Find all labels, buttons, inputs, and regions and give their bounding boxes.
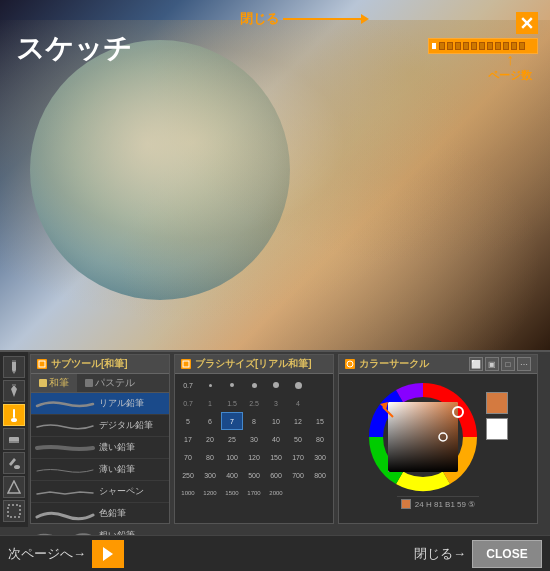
size-cell-10[interactable]: 10 <box>265 412 287 430</box>
size-cell-4[interactable] <box>287 376 309 394</box>
size-cell-250[interactable]: 250 <box>177 466 199 484</box>
size-cell-100[interactable]: 100 <box>221 448 243 466</box>
page-dot-5 <box>463 42 469 50</box>
size-cell-6[interactable]: 6 <box>199 412 221 430</box>
size-cell-25b[interactable]: 25 <box>221 430 243 448</box>
brush-item-1[interactable]: リアル鉛筆 <box>31 393 169 415</box>
colorcircle-title: カラーサークル <box>359 357 429 371</box>
brush-stroke-5 <box>35 485 95 499</box>
next-page-label: 次ページへ→ <box>8 545 86 563</box>
size-cell-1[interactable] <box>199 376 221 394</box>
size-cell-20[interactable]: 20 <box>199 430 221 448</box>
size-cell-07[interactable]: 0.7 <box>177 376 199 394</box>
brush-item-5[interactable]: シャーペン <box>31 481 169 503</box>
bg-color-swatch[interactable] <box>486 418 508 440</box>
size-cell-empty1 <box>309 376 331 394</box>
size-cell-1700[interactable]: 1700 <box>243 484 265 502</box>
colorcircle-tool-1[interactable]: ⬜ <box>469 357 483 371</box>
size-cell-1000[interactable]: 1000 <box>177 484 199 502</box>
colorcircle-tool-2[interactable]: ▣ <box>485 357 499 371</box>
next-page-chevron-icon <box>101 546 115 562</box>
size-cell-120[interactable]: 120 <box>243 448 265 466</box>
size-cell-25[interactable] <box>243 376 265 394</box>
brush-item-6[interactable]: 色鉛筆 <box>31 503 169 525</box>
close-button-bottom[interactable]: CLOSE <box>472 540 542 568</box>
svg-rect-9 <box>9 441 19 443</box>
select-icon <box>7 504 21 518</box>
close-bottom-label: 閉じる→ <box>414 545 466 563</box>
next-page-button[interactable] <box>92 540 124 568</box>
pen-icon <box>7 384 21 398</box>
close-button-bottom-label: CLOSE <box>486 547 527 561</box>
size-cell-80b[interactable]: 80 <box>199 448 221 466</box>
size-label-25: 2.5 <box>243 394 265 412</box>
size-cell-400[interactable]: 400 <box>221 466 243 484</box>
tool-eraser[interactable] <box>3 428 25 450</box>
brush-label-5: シャーペン <box>99 485 144 498</box>
svg-marker-3 <box>12 371 16 374</box>
size-cell-700[interactable]: 700 <box>287 466 309 484</box>
subtool-tab-pastel[interactable]: パステル <box>77 374 143 392</box>
size-cell-30[interactable]: 30 <box>243 430 265 448</box>
brush-stroke-1 <box>35 397 95 411</box>
tool-pencil[interactable] <box>3 356 25 378</box>
brush-label-6: 色鉛筆 <box>99 507 126 520</box>
colorcircle-tool-3[interactable]: □ <box>501 357 515 371</box>
eraser-icon <box>7 432 21 446</box>
page-dot-4 <box>455 42 461 50</box>
colorcircle-header: カラーサークル ⬜ ▣ □ ⋯ <box>339 355 537 374</box>
size-cell-3[interactable] <box>265 376 287 394</box>
size-cell-15[interactable] <box>221 376 243 394</box>
size-cell-500[interactable]: 500 <box>243 466 265 484</box>
colorcircle-tools: ⬜ ▣ □ ⋯ <box>469 357 531 371</box>
close-button-top[interactable] <box>516 12 538 34</box>
size-cell-50[interactable]: 50 <box>287 430 309 448</box>
page-dot-8 <box>487 42 493 50</box>
size-cell-12[interactable]: 12 <box>287 412 309 430</box>
size-cell-5[interactable]: 5 <box>177 412 199 430</box>
tool-select[interactable] <box>3 500 25 522</box>
size-cell-8[interactable]: 8 <box>243 412 265 430</box>
brush-stroke-3 <box>35 441 95 455</box>
subtool-tab-label-1: 和筆 <box>49 376 69 390</box>
brushsize-header-icon <box>181 359 191 369</box>
colorcircle-tool-4[interactable]: ⋯ <box>517 357 531 371</box>
size-cell-170[interactable]: 170 <box>287 448 309 466</box>
tool-brush[interactable] <box>3 404 25 426</box>
color-wheel-container[interactable] <box>368 382 478 492</box>
brush-label-4: 薄い鉛筆 <box>99 463 135 476</box>
brush-stroke-6 <box>35 507 95 521</box>
size-cell-1500[interactable]: 1500 <box>221 484 243 502</box>
size-cell-80a[interactable]: 80 <box>309 430 331 448</box>
size-cell-7[interactable]: 7 <box>221 412 243 430</box>
size-cell-300a[interactable]: 300 <box>309 448 331 466</box>
size-cell-17[interactable]: 17 <box>177 430 199 448</box>
size-cell-800[interactable]: 800 <box>309 466 331 484</box>
svg-rect-12 <box>8 505 20 517</box>
size-cell-300b[interactable]: 300 <box>199 466 221 484</box>
fg-color-swatch[interactable] <box>486 392 508 414</box>
size-cell-15b[interactable]: 15 <box>309 412 331 430</box>
page-dot-12 <box>519 42 525 50</box>
canvas-area: スケッチ <box>0 0 550 350</box>
brush-label-3: 濃い鉛筆 <box>99 441 135 454</box>
page-dot-6 <box>471 42 477 50</box>
size-label-4: 4 <box>287 394 309 412</box>
size-cell-40[interactable]: 40 <box>265 430 287 448</box>
brush-item-3[interactable]: 濃い鉛筆 <box>31 437 169 459</box>
subtool-tab-wafude[interactable]: 和筆 <box>31 374 77 392</box>
brush-item-4[interactable]: 薄い鉛筆 <box>31 459 169 481</box>
size-cell-70[interactable]: 70 <box>177 448 199 466</box>
toolbar-left <box>0 352 28 527</box>
tool-fill[interactable] <box>3 452 25 474</box>
brush-item-2[interactable]: デジタル鉛筆 <box>31 415 169 437</box>
svg-rect-15 <box>39 379 47 387</box>
size-cell-600[interactable]: 600 <box>265 466 287 484</box>
svg-rect-4 <box>12 360 16 362</box>
tool-shape[interactable] <box>3 476 25 498</box>
size-cell-150[interactable]: 150 <box>265 448 287 466</box>
size-cell-2000[interactable]: 2000 <box>265 484 287 502</box>
tool-pen[interactable] <box>3 380 25 402</box>
size-cell-empty3 <box>309 484 331 502</box>
size-cell-1200[interactable]: 1200 <box>199 484 221 502</box>
